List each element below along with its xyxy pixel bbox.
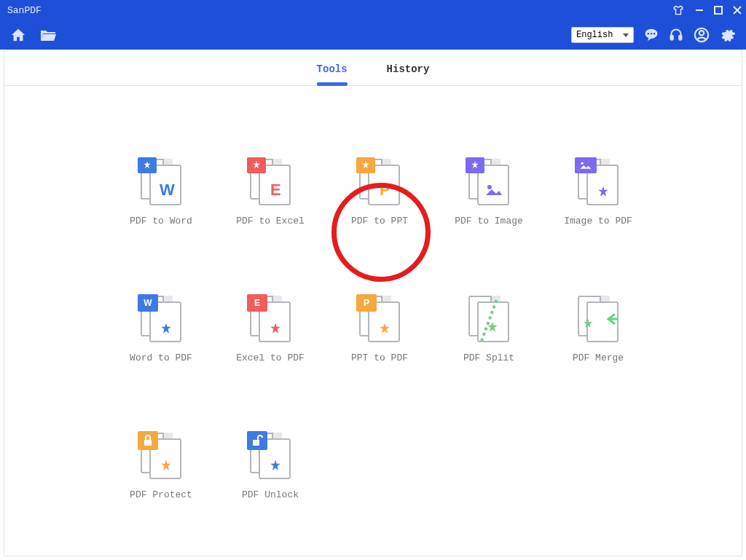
- svg-rect-15: [253, 440, 259, 446]
- tool-pdf-to-word[interactable]: W PDF to Word: [136, 159, 186, 226]
- pdf-unlock-icon: [250, 433, 291, 479]
- svg-rect-14: [144, 440, 152, 446]
- tool-word-to-pdf[interactable]: W Word to PDF: [136, 296, 186, 363]
- tool-pdf-protect[interactable]: PDF Protect: [136, 433, 186, 500]
- tool-label: PDF to Excel: [236, 216, 305, 226]
- tool-label: Excel to PDF: [236, 352, 305, 363]
- svg-rect-1: [715, 7, 722, 14]
- tool-label: Image to PDF: [564, 216, 632, 226]
- open-folder-icon[interactable]: [39, 28, 57, 42]
- ppt-to-pdf-icon: P: [359, 296, 400, 342]
- tool-label: PDF Unlock: [242, 489, 299, 500]
- tool-image-to-pdf[interactable]: Image to PDF: [573, 159, 624, 226]
- chevron-down-icon: [623, 33, 629, 37]
- home-icon[interactable]: [10, 27, 26, 43]
- tool-label: PDF Merge: [573, 352, 624, 363]
- image-to-pdf-icon: [578, 159, 619, 205]
- app-title: SanPDF: [7, 5, 42, 16]
- tool-label: PPT to PDF: [351, 352, 408, 363]
- tool-pdf-to-ppt[interactable]: P PDF to PPT: [354, 159, 405, 226]
- language-select-value: English: [576, 30, 613, 40]
- pdf-to-ppt-icon: P: [359, 159, 400, 205]
- tool-label: PDF to PPT: [351, 216, 408, 226]
- svg-point-11: [699, 31, 704, 35]
- tool-label: PDF to Word: [130, 216, 192, 226]
- tool-label: Word to PDF: [130, 352, 192, 363]
- svg-point-13: [581, 162, 583, 165]
- account-icon[interactable]: [694, 27, 710, 43]
- pdf-to-excel-icon: E: [250, 159, 291, 205]
- pdf-to-word-icon: W: [141, 159, 181, 205]
- tool-label: PDF Protect: [130, 489, 192, 500]
- tool-pdf-to-excel[interactable]: E PDF to Excel: [245, 159, 296, 226]
- word-to-pdf-icon: W: [141, 296, 181, 342]
- content-panel: Tools History W PDF to Word: [4, 50, 742, 556]
- tab-tools-label: Tools: [317, 63, 348, 75]
- svg-point-12: [487, 185, 492, 189]
- gear-icon[interactable]: [720, 27, 736, 43]
- svg-point-6: [651, 33, 653, 35]
- tab-tools[interactable]: Tools: [317, 63, 348, 85]
- tabs: Tools History: [4, 50, 742, 86]
- tools-grid: W PDF to Word E PDF to Excel: [4, 86, 742, 500]
- tab-history[interactable]: History: [387, 63, 430, 85]
- pdf-protect-icon: [141, 433, 181, 479]
- svg-point-5: [648, 33, 650, 35]
- minimize-icon[interactable]: [695, 6, 704, 15]
- language-select[interactable]: English: [571, 27, 634, 43]
- chat-icon[interactable]: [644, 28, 659, 42]
- pdf-split-icon: [468, 296, 509, 342]
- shirt-icon[interactable]: [672, 5, 685, 15]
- maximize-icon[interactable]: [714, 6, 723, 15]
- tool-ppt-to-pdf[interactable]: P PPT to PDF: [354, 296, 405, 363]
- tool-pdf-split[interactable]: PDF Split: [463, 296, 514, 363]
- svg-rect-8: [671, 36, 673, 40]
- pdf-to-image-icon: [468, 159, 509, 205]
- close-icon[interactable]: [733, 6, 742, 15]
- tool-label: PDF Split: [463, 352, 514, 363]
- tool-pdf-merge[interactable]: PDF Merge: [573, 296, 624, 363]
- excel-to-pdf-icon: E: [250, 296, 291, 342]
- headset-icon[interactable]: [669, 28, 683, 42]
- pdf-merge-icon: [578, 296, 619, 342]
- toolbar: English: [0, 20, 746, 50]
- tool-pdf-to-image[interactable]: PDF to Image: [463, 159, 514, 226]
- tab-history-label: History: [387, 63, 430, 75]
- titlebar: SanPDF: [0, 0, 746, 20]
- tool-excel-to-pdf[interactable]: E Excel to PDF: [245, 296, 296, 363]
- tool-pdf-unlock[interactable]: PDF Unlock: [245, 433, 296, 500]
- svg-rect-9: [679, 36, 681, 40]
- svg-point-7: [653, 33, 656, 35]
- tool-label: PDF to Image: [455, 216, 523, 226]
